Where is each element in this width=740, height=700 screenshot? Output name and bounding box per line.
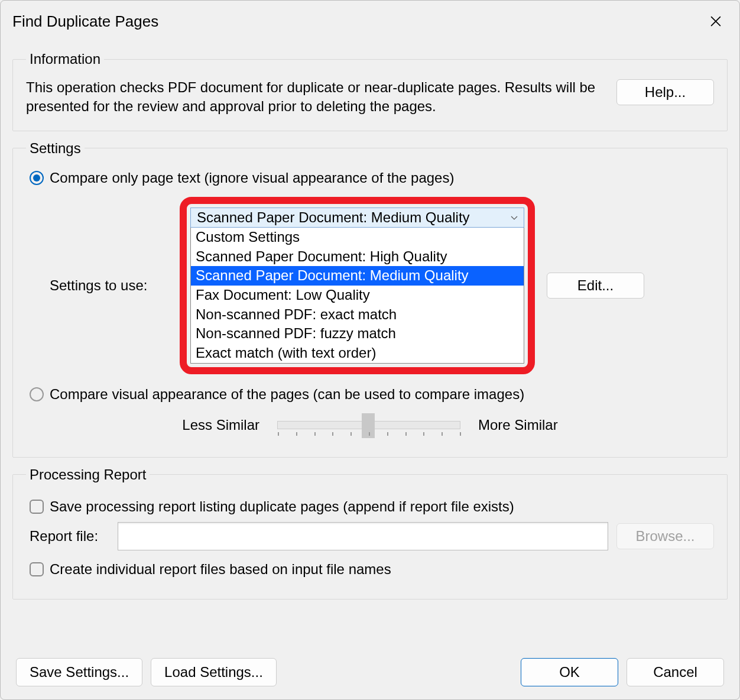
settings-dropdown-list: Custom SettingsScanned Paper Document: H… [190,228,524,364]
save-report-checkbox-row[interactable]: Save processing report listing duplicate… [30,498,714,515]
report-file-input[interactable] [118,522,608,550]
dropdown-option[interactable]: Exact match (with text order) [191,343,524,363]
dialog-buttons: Save Settings... Load Settings... OK Can… [16,658,724,686]
compare-visual-radio-row[interactable]: Compare visual appearance of the pages (… [30,386,714,403]
compare-text-label: Compare only page text (ignore visual ap… [50,170,454,186]
find-duplicate-pages-dialog: Find Duplicate Pages Information This op… [0,0,740,700]
load-settings-button[interactable]: Load Settings... [151,658,277,686]
close-icon [710,16,721,27]
settings-dropdown[interactable]: Scanned Paper Document: Medium Quality [190,208,524,228]
information-group: Information This operation checks PDF do… [12,51,728,131]
individual-files-label: Create individual report files based on … [50,561,391,578]
compare-text-radio[interactable] [30,171,44,185]
save-settings-button[interactable]: Save Settings... [16,658,142,686]
settings-dropdown-value: Scanned Paper Document: Medium Quality [197,209,470,226]
information-text: This operation checks PDF document for d… [26,78,599,116]
compare-visual-label: Compare visual appearance of the pages (… [50,386,524,403]
ok-button[interactable]: OK [521,658,618,686]
settings-group: Settings Compare only page text (ignore … [12,140,728,458]
dropdown-option[interactable]: Non-scanned PDF: exact match [191,305,524,325]
save-report-label: Save processing report listing duplicate… [50,498,514,515]
report-file-label: Report file: [30,528,109,545]
similarity-slider[interactable] [277,421,460,429]
information-legend: Information [26,51,104,67]
similarity-slider-row: Less Similar More Similar [26,417,714,433]
settings-legend: Settings [26,140,85,157]
close-button[interactable] [704,9,728,33]
highlight-annotation: Scanned Paper Document: Medium Quality C… [180,197,535,374]
edit-button[interactable]: Edit... [547,273,644,299]
settings-to-use-label: Settings to use: [50,277,168,294]
save-report-checkbox[interactable] [30,500,44,514]
compare-text-radio-row[interactable]: Compare only page text (ignore visual ap… [30,170,714,186]
chevron-down-icon [511,213,518,222]
dialog-title: Find Duplicate Pages [12,12,158,31]
individual-files-checkbox[interactable] [30,562,44,576]
browse-button: Browse... [616,523,714,549]
dropdown-option[interactable]: Non-scanned PDF: fuzzy match [191,324,524,343]
compare-visual-radio[interactable] [30,387,44,401]
less-similar-label: Less Similar [182,417,259,433]
dropdown-option[interactable]: Custom Settings [191,228,524,247]
dropdown-option[interactable]: Scanned Paper Document: Medium Quality [191,266,524,286]
individual-files-checkbox-row[interactable]: Create individual report files based on … [30,561,714,578]
titlebar: Find Duplicate Pages [1,1,739,36]
dropdown-option[interactable]: Scanned Paper Document: High Quality [191,247,524,267]
help-button[interactable]: Help... [616,79,714,105]
report-legend: Processing Report [26,466,150,483]
dropdown-option[interactable]: Fax Document: Low Quality [191,286,524,305]
processing-report-group: Processing Report Save processing report… [12,466,728,599]
slider-ticks [278,432,461,436]
cancel-button[interactable]: Cancel [627,658,724,686]
more-similar-label: More Similar [478,417,558,433]
